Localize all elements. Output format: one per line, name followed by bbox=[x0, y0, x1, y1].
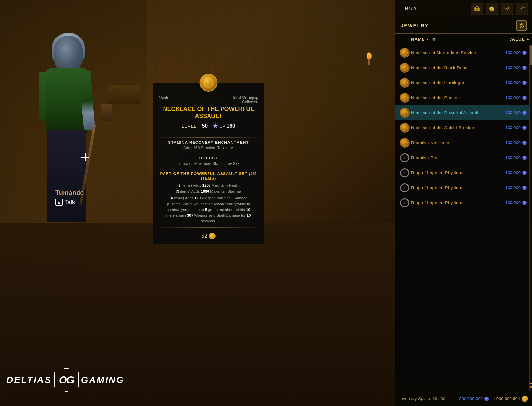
item-name: Necklace of the Powerful Assault bbox=[411, 110, 497, 115]
scroll-up-icon[interactable] bbox=[530, 383, 532, 384]
blue-coin-icon bbox=[522, 141, 527, 145]
return-icon bbox=[503, 5, 510, 12]
name-sort-asc-icon: ▲ bbox=[426, 38, 430, 41]
talk-prompt[interactable]: E Talk bbox=[55, 199, 84, 206]
item-icon-cell bbox=[398, 198, 411, 207]
necklace-icon bbox=[400, 63, 410, 73]
currency-blue-item: 500,000,000 bbox=[459, 396, 489, 401]
name-sort-buttons bbox=[432, 37, 436, 41]
logo-deltias-text: DELTIAS bbox=[7, 375, 52, 385]
list-item[interactable]: Necklace of the Black Rose100,000 bbox=[395, 60, 529, 75]
col-name-header[interactable]: NAME ▲ bbox=[411, 37, 500, 42]
tooltip-level-line: LEVEL 50 CP 160 bbox=[159, 123, 258, 129]
item-icon-cell bbox=[398, 63, 411, 73]
column-headers: NAME ▲ VALUE bbox=[395, 34, 532, 45]
item-value-cell: 100,000 bbox=[497, 125, 527, 130]
tooltip-item-icon bbox=[200, 74, 218, 92]
list-item[interactable]: Reactive Necklace100,000 bbox=[395, 135, 529, 150]
item-price: 100,000 bbox=[505, 170, 521, 175]
nav-btn-coins[interactable]: $ bbox=[486, 3, 498, 15]
scroll-thumb bbox=[530, 45, 532, 65]
item-name: Reactive Ring bbox=[411, 155, 497, 160]
tooltip-slot: Neck bbox=[159, 95, 168, 100]
necklace-icon bbox=[400, 138, 410, 148]
character-head bbox=[54, 36, 83, 72]
currency-display: 500,000,000 1,000,000,664 bbox=[459, 396, 528, 402]
item-value-cell: 100,000 bbox=[497, 170, 527, 175]
necklace-icon bbox=[200, 74, 218, 92]
item-price: 100,000 bbox=[505, 65, 521, 70]
blue-coin-icon bbox=[522, 186, 527, 190]
character-leg-left bbox=[47, 130, 65, 222]
shop-panel: BUY $ bbox=[395, 0, 532, 406]
set-bonus-line: (4 items) Adds 129 Weapon and Spell Dama… bbox=[164, 195, 253, 201]
blue-coin-icon bbox=[522, 156, 527, 160]
talk-label: Talk bbox=[65, 199, 75, 206]
level-value: 50 bbox=[202, 123, 208, 129]
list-item[interactable]: Necklace of Meritorious Service100,000 bbox=[395, 45, 529, 60]
svg-point-1 bbox=[476, 9, 478, 10]
nav-btn-craft[interactable] bbox=[516, 3, 528, 15]
jewelry-tab-icon[interactable] bbox=[516, 20, 527, 31]
item-price: 100,000 bbox=[505, 80, 521, 85]
deltias-logo: DELTIAS OG GAMING bbox=[7, 367, 124, 393]
gold-coin-status-icon bbox=[522, 396, 528, 402]
list-item[interactable]: Necklace of the Shield Breaker100,000 bbox=[395, 120, 529, 135]
list-item[interactable]: Ring of Imperial Physique100,000 bbox=[395, 195, 529, 210]
blue-coin-icon bbox=[522, 126, 527, 130]
set-title: PART OF THE POWERFUL ASSAULT SET (0/5 IT… bbox=[159, 172, 258, 181]
col-value-label: VALUE bbox=[509, 37, 525, 42]
tooltip-collected: Collected bbox=[233, 100, 258, 104]
item-price: 100,000 bbox=[505, 95, 521, 100]
list-item[interactable]: Reactive Ring100,000 bbox=[395, 150, 529, 165]
ring-icon bbox=[400, 153, 409, 162]
bag-icon bbox=[473, 5, 481, 12]
logo-og-shape: OG bbox=[54, 368, 79, 392]
list-item[interactable]: Necklace of the Powerful Assault100,000 bbox=[395, 105, 529, 120]
ring-icon bbox=[400, 198, 409, 207]
svg-text:$: $ bbox=[491, 8, 492, 10]
svg-point-6 bbox=[521, 26, 522, 27]
item-name: Necklace of the Phoenix bbox=[411, 95, 497, 100]
trait-desc: Increases Maximum Stamina by 877. bbox=[159, 161, 258, 166]
enchantment-desc: Adds 169 Stamina Recovery. bbox=[159, 146, 258, 150]
price-value: 52 bbox=[201, 233, 207, 239]
list-item[interactable]: Necklace of the Harbinger100,000 bbox=[395, 75, 529, 90]
currency-gold-amount: 1,000,000,664 bbox=[493, 396, 520, 401]
necklace-icon bbox=[400, 123, 410, 133]
list-item[interactable]: Ring of Imperial Physique100,000 bbox=[395, 180, 529, 195]
jewelry-icon bbox=[518, 22, 525, 29]
scroll-down-icon[interactable] bbox=[530, 386, 532, 388]
list-item[interactable]: Ring of Imperial Physique100,000 bbox=[395, 165, 529, 180]
wall-torch bbox=[366, 52, 372, 65]
necklace-icon bbox=[400, 78, 410, 88]
item-icon-cell bbox=[398, 93, 411, 103]
enchantment-title: STAMINA RECOVERY ENCHANTMENT bbox=[159, 140, 258, 145]
set-bonuses: (2 items) Adds 1206 Maximum Health(3 ite… bbox=[159, 183, 258, 224]
shop-statusbar: Inventory Space: 16 / 60 500,000,000 1,0… bbox=[395, 391, 532, 406]
divider-3 bbox=[159, 169, 258, 169]
coins-icon: $ bbox=[488, 5, 496, 12]
blue-coin-icon bbox=[522, 171, 527, 175]
shop-item-list: Necklace of Meritorious Service100,000Ne… bbox=[395, 45, 532, 391]
item-value-cell: 100,000 bbox=[497, 80, 527, 85]
shop-items-container: Necklace of Meritorious Service100,000Ne… bbox=[395, 45, 529, 391]
nav-btn-bag[interactable] bbox=[471, 3, 483, 15]
scrollbar[interactable] bbox=[529, 45, 532, 391]
nav-btn-return[interactable] bbox=[501, 3, 513, 15]
cp-value: 160 bbox=[226, 123, 235, 129]
divider-1 bbox=[153, 137, 264, 138]
shop-tabbar: JEWELRY bbox=[395, 18, 532, 34]
blue-coin-icon bbox=[522, 51, 527, 55]
buy-label: BUY bbox=[405, 6, 418, 12]
cp-label: CP bbox=[219, 124, 225, 128]
sort-down-icon bbox=[432, 39, 436, 41]
inventory-space: Inventory Space: 16 / 60 bbox=[399, 396, 445, 401]
list-item[interactable]: Necklace of the Phoenix100,000 bbox=[395, 90, 529, 105]
necklace-icon bbox=[400, 48, 410, 58]
item-price: 100,000 bbox=[505, 185, 521, 190]
item-value-cell: 100,000 bbox=[497, 185, 527, 190]
col-value-header[interactable]: VALUE bbox=[500, 37, 529, 42]
tooltip-bind: Bind On Equip bbox=[233, 95, 258, 100]
value-sort-up-icon bbox=[526, 38, 529, 40]
